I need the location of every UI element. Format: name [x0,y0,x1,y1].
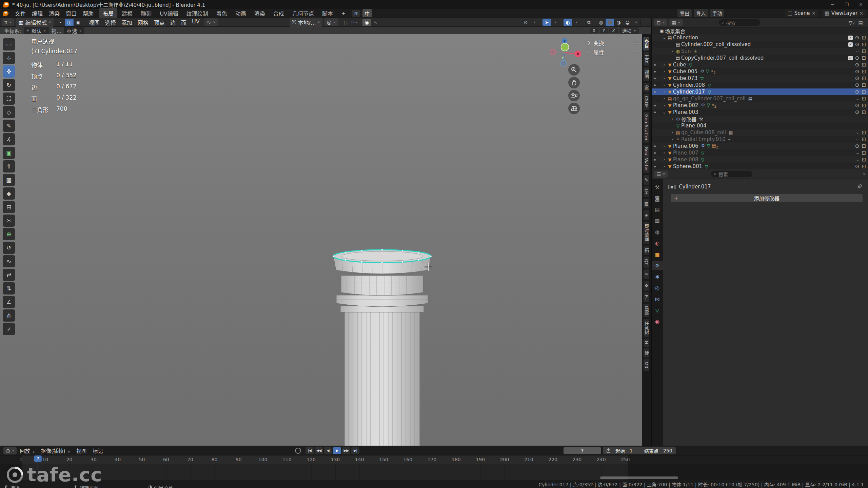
manual-button[interactable]: 手动 [710,9,724,17]
camera-icon[interactable]: ⊡ [862,41,866,47]
close-button[interactable]: ✕ [854,0,868,9]
outliner-item-label[interactable]: Cube.005 [673,68,697,75]
select-mode-vertex[interactable]: ∙ [56,19,65,26]
camera-icon[interactable]: ⊡ [862,48,866,54]
workspace-tab-4[interactable]: 纹理绘制 [183,8,212,18]
select-mode-edge[interactable]: ◫ [65,19,74,26]
add-cube-tool[interactable]: ▣ [3,147,15,159]
eye-icon[interactable]: ⊙ [855,62,860,68]
expand-icon[interactable]: › [670,49,675,54]
outliner-row[interactable]: ›▼Cube▽⊙⊡ [652,61,868,68]
sidetab-13[interactable]: QT [644,257,649,267]
camera-icon[interactable]: ⊡ [862,109,866,115]
npanel-section-properties[interactable]: ⌄ 属性 ∷∷ [587,48,640,57]
outliner-display-mode-button[interactable]: ▦ ∨ [669,19,683,26]
expand-icon[interactable]: › [662,76,667,81]
camera-icon[interactable]: ⊡ [862,96,866,102]
blender-menu-icon[interactable] [3,11,8,16]
playback-play-back[interactable]: ◀ [324,447,332,454]
expand-icon[interactable]: › [662,164,667,169]
eye-icon[interactable]: ⊙ [855,143,860,149]
shrink-fatten-tool[interactable]: ⇅ [3,282,15,294]
outliner-item-label[interactable]: Cylinder.002_coll_dissolved [681,41,751,47]
sidetab-4[interactable]: CSDF [644,94,649,110]
properties-tab-object-data[interactable]: ▽ [652,306,663,315]
sidetab-pen-icon[interactable]: ✑ [644,269,649,279]
collapse-icon[interactable]: ⌄ [662,110,667,115]
sidetab-8[interactable]: LH [644,186,649,197]
expand-icon[interactable]: › [662,144,667,148]
maximize-button[interactable]: ❐ [840,0,854,9]
scene-selector[interactable]: ⬚ Scene ✕ [785,9,818,17]
scale-tool[interactable]: ⛶ [3,93,15,105]
start-frame-value[interactable]: 1 [630,448,633,453]
viewport-3d[interactable]: ▭⊹✜↻⛶◇✎∡▣⇧▩◆⊟✂⊕↺∿⇄⇅∠⋔⌿ 用户透视 (7) Cylinder… [0,34,651,446]
workspace-tab-5[interactable]: 着色 [213,8,231,18]
snap-toggle[interactable]: ⋂ [341,19,350,26]
breadcrumb-object-name[interactable]: Cylinder.017 [679,184,711,190]
playback-next-key[interactable]: ▶▶ [342,447,350,454]
eye-icon[interactable]: ⊙ [855,82,860,88]
editor-type-button[interactable]: ⌗ ∨ [2,18,14,26]
eye-closed-icon[interactable]: ⌣ [856,96,860,102]
shading-wireframe[interactable]: ◍ [597,19,606,26]
outliner-item-label[interactable]: Plane.007 [673,150,698,156]
properties-tab-scene[interactable]: ◍ [652,228,663,237]
expand-icon[interactable]: › [662,96,667,101]
outliner-row[interactable]: ›▼Cube.005⚙▽⌖2⊙⊡ [652,68,868,75]
viewport-menu-0[interactable]: 视图 [86,17,102,27]
eye-closed-icon[interactable]: ⌣ [856,136,860,142]
outliner-row[interactable]: ›⚙修改器⚒ [652,116,868,122]
eye-icon[interactable]: ⊙ [855,89,860,95]
sidetab-11[interactable]: 即时清理 [644,222,649,244]
menu-4[interactable]: 帮助 [80,8,97,18]
sidetab-16[interactable]: FL [644,292,649,302]
sidetab-image-icon[interactable]: ▨ [644,199,649,208]
chevron-down-icon[interactable]: ∨ [863,172,865,176]
eye-icon[interactable]: ⊙ [855,41,860,47]
expand-icon[interactable]: › [662,62,667,67]
end-frame-value[interactable]: 250 [663,448,672,453]
add-modifier-button[interactable]: + 添加修改器 [671,194,863,202]
properties-tab-material[interactable]: ◉ [652,317,663,326]
sidetab-19[interactable]: H [644,339,649,347]
camera-view-button[interactable] [568,90,580,101]
workspace-tab-6[interactable]: 动画 [232,8,250,18]
drag-mode-dropdown[interactable]: 框选 ∨ [64,27,84,35]
checkbox-icon[interactable]: ✓ [848,36,853,40]
viewport-menu-1[interactable]: 选择 [102,17,119,27]
outliner-item-label[interactable]: Sphere.001 [673,163,702,169]
outliner-row[interactable]: ⌄▼Plane.003⊙⊡ [652,109,868,116]
expand-icon[interactable]: › [662,150,667,155]
viewport-menu-3[interactable]: 网格 [135,17,151,27]
pan-button[interactable] [568,77,580,88]
show-overlays-toggle[interactable]: ◐ [564,19,572,26]
timeline-menu-1[interactable]: 抠像(插帧) ∨ [38,446,73,455]
timeline-editor-type-button[interactable]: ◷ ∨ [3,447,17,454]
workspace-tab-8[interactable]: 合成 [270,8,288,18]
expand-icon[interactable]: › [662,157,667,162]
camera-icon[interactable]: ⊡ [862,68,866,75]
sidetab-17[interactable]: 易雲 [644,304,649,317]
ortho-toggle-button[interactable] [568,103,580,114]
viewport-menu-2[interactable]: 添加 [119,17,135,27]
mode-dropdown[interactable]: ▦ 编辑模式 ∨ [16,18,53,27]
outliner-item-label[interactable]: gp_gp_Cylinder.007_coll_coll [673,96,746,102]
camera-icon[interactable]: ⊡ [862,129,866,136]
minimize-button[interactable]: ─ [825,0,840,9]
eye-closed-icon[interactable]: ⌣ [856,129,860,136]
camera-icon[interactable]: ⊡ [862,82,866,88]
properties-tab-physics[interactable]: ◎ [652,284,663,292]
menu-2[interactable]: 渲染 [46,8,63,18]
shading-solid[interactable] [606,19,614,26]
mirror-z-toggle[interactable]: Z [609,28,618,33]
viewport-menu-7[interactable]: UV [189,17,202,27]
outliner-row[interactable]: ›◍Sun☀⌣⊡ [652,48,868,55]
outliner-row[interactable]: ›⌖Radial Empty.010⌁⌣⊡ [652,136,868,143]
add-workspace-button[interactable]: + [337,9,349,18]
expand-icon[interactable]: › [662,83,667,87]
shading-material[interactable]: ◑ [614,19,623,26]
outliner-item-label[interactable]: Cube.073 [673,75,697,81]
smooth-tool[interactable]: ∿ [3,255,15,267]
coord-system-dropdown[interactable]: ⌖ 默认 ∨ [24,27,49,35]
